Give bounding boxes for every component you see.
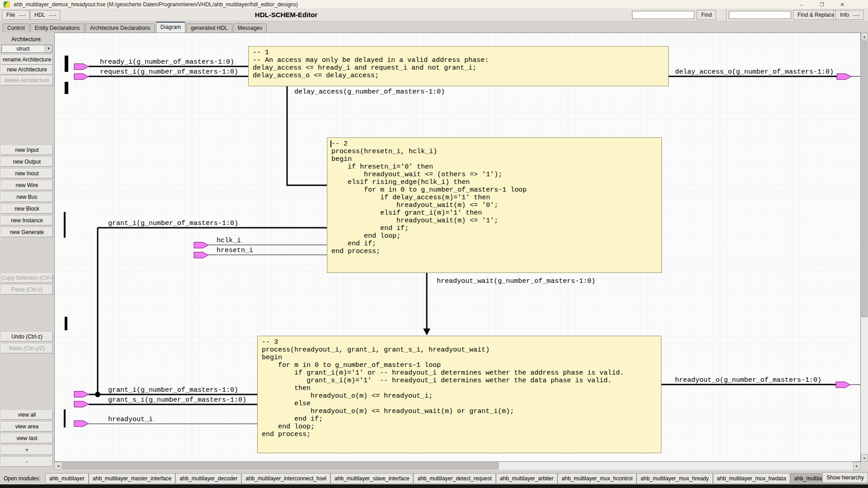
chevron-down-icon[interactable]: ▼ — [45, 45, 52, 52]
signal-label-hresetn_i[interactable]: hresetn_i — [217, 247, 253, 254]
title-bar: ahb_multilayer_demux_hreadyout.hse (M:/g… — [0, 0, 868, 9]
signal-label-delay_access[interactable]: delay_access(g_number_of_masters-1:0) — [294, 88, 445, 96]
open-modules-bar: Open modules: ahb_multilayer ahb_multila… — [0, 472, 868, 484]
scrollbar-corner — [861, 462, 868, 470]
info-menu[interactable]: Info — [835, 10, 864, 20]
tab-control[interactable]: Control — [3, 23, 29, 33]
signal-label-hreadyout_i[interactable]: hreadyout_i — [108, 416, 153, 423]
redo-button: Redo (Ctrl-y/Z) — [1, 344, 53, 353]
sidebar: Architecture: struct ▼ rename Architectu… — [0, 33, 54, 472]
code-block-2[interactable]: -- 2 process(hresetn_i, hclk_i) begin if… — [327, 137, 662, 273]
module-button-interconnect-hsel[interactable]: ahb_multilayer_interconnect_hsel — [241, 473, 330, 484]
file-menu[interactable]: File — [2, 10, 30, 20]
signal-label-delay_access_o[interactable]: delay_access_o(g_number_of_masters-1:0) — [675, 68, 834, 76]
new-output-button[interactable]: new Output — [1, 157, 53, 167]
text-cursor — [330, 141, 331, 147]
horizontal-scrollbar[interactable]: ◄ ► — [54, 462, 861, 470]
minimize-button[interactable]: – — [792, 0, 811, 9]
undo-button[interactable]: Undo (Ctrl-z) — [1, 332, 53, 342]
find-replace-input[interactable] — [729, 11, 791, 19]
maximize-button[interactable]: ❐ — [812, 0, 832, 9]
new-generate-button[interactable]: new Generate — [1, 228, 53, 237]
menu-indicator-icon — [18, 14, 25, 16]
code-block-1[interactable]: -- 1 -- An access may only be delayed in… — [248, 46, 669, 86]
new-input-button[interactable]: new Input — [1, 145, 53, 155]
signal-label-request_i[interactable]: request_i(g_number_of_masters-1:0) — [100, 68, 238, 76]
tab-entity-declarations[interactable]: Entity Declarations — [30, 23, 85, 33]
scroll-right-icon[interactable]: ► — [853, 462, 861, 470]
zoom-out-button[interactable]: - — [1, 457, 53, 467]
signal-label-grant_i-top[interactable]: grant_i(g_number_of_masters-1:0) — [108, 220, 238, 227]
page-title: HDL-SCHEM-Editor — [250, 11, 322, 19]
signal-label-grant_i[interactable]: grant_i(g_number_of_masters-1:0) — [108, 386, 238, 394]
module-button-decoder[interactable]: ahb_multilayer_decoder — [175, 473, 241, 484]
view-area-button[interactable]: view area — [1, 422, 53, 432]
new-instance-button[interactable]: new Instance — [1, 216, 53, 225]
divider — [726, 9, 726, 21]
tab-generated-hdl[interactable]: generated HDL — [186, 23, 232, 33]
view-all-button[interactable]: view all — [1, 410, 53, 420]
copy-selection-button: Copy Selection (Ctrl-c) — [1, 273, 53, 283]
divider — [833, 9, 834, 21]
scroll-left-icon[interactable]: ◄ — [54, 462, 62, 470]
open-modules-label: Open modules: — [4, 475, 40, 482]
module-button-slave-interface[interactable]: ahb_multilayer_slave_interface — [330, 473, 413, 484]
code-block-3[interactable]: -- 3 process(hreadyout_i, grant_i, grant… — [257, 336, 661, 453]
architecture-label: Architecture: — [0, 36, 53, 42]
find-input[interactable] — [632, 11, 694, 19]
open-modules-row: ahb_multilayer ahb_multilayer_master_int… — [45, 473, 868, 484]
signal-label-hreadyout_o[interactable]: hreadyout_o(g_number_of_masters-1:0) — [675, 376, 821, 384]
new-bus-button[interactable]: new Bus — [1, 192, 53, 202]
paste-button: Paste (Ctrl-v) — [1, 285, 53, 295]
module-button-mux-hready[interactable]: ahb_multilayer_mux_hready — [637, 473, 713, 484]
find-replace-button[interactable]: Find & Replace — [793, 10, 839, 20]
bottom-strip — [0, 484, 868, 488]
module-button-arbiter[interactable]: ahb_multilayer_arbiter — [496, 473, 558, 484]
tab-architecture-declarations[interactable]: Architecture Declarations — [85, 23, 155, 33]
new-block-button[interactable]: new Block — [1, 204, 53, 214]
vertical-scroll-thumb[interactable] — [861, 41, 868, 317]
show-hierarchy-button[interactable]: Show hierarchy — [822, 472, 868, 483]
signal-label-grant_s_i[interactable]: grant_s_i(g_number_of_masters-1:0) — [108, 396, 246, 404]
rename-architecture-button[interactable]: rename Architecture — [1, 55, 53, 65]
module-button-ahb_multilayer[interactable]: ahb_multilayer — [45, 473, 89, 484]
close-button[interactable]: ✕ — [832, 0, 852, 9]
horizontal-scroll-thumb[interactable] — [62, 462, 499, 469]
window-title: ahb_multilayer_demux_hreadyout.hse (M:/g… — [14, 1, 298, 8]
module-button-mux-hwdata[interactable]: ahb_multilayer_mux_hwdata — [713, 473, 790, 484]
scroll-down-icon[interactable]: ▼ — [861, 454, 868, 462]
hdl-menu[interactable]: HDL — [30, 10, 60, 20]
signal-label-hreadyout_wait[interactable]: hreadyout_wait(g_number_of_masters-1:0) — [437, 277, 595, 285]
wire-junction-dot — [95, 392, 100, 397]
block-code[interactable]: -- 3 process(hreadyout_i, grant_i, grant… — [258, 336, 661, 438]
new-wire-button[interactable]: new Wire — [1, 181, 53, 190]
menu-indicator-icon — [48, 14, 56, 16]
notebook-tab-bar: Control Entity Declarations Architecture… — [0, 21, 868, 33]
block-code[interactable]: -- 2 process(hresetn_i, hclk_i) begin if… — [327, 138, 661, 255]
zoom-in-button[interactable]: + — [1, 446, 53, 455]
module-button-master-interface[interactable]: ahb_multilayer_master_interface — [89, 473, 175, 484]
menu-bar: File HDL HDL-SCHEM-Editor Find Find & Re… — [0, 9, 868, 21]
signal-label-hclk_i[interactable]: hclk_i — [217, 237, 241, 244]
diagram-canvas[interactable]: -- 1 -- An access may only be delayed in… — [54, 33, 861, 462]
tab-diagram[interactable]: Diagram — [156, 22, 185, 33]
architecture-value: struct — [2, 46, 44, 52]
tab-messages[interactable]: Messages — [233, 23, 267, 33]
menu-indicator-icon — [852, 14, 859, 16]
module-button-mux-hcontrol[interactable]: ahb_multilayer_mux_hcontrol — [557, 473, 637, 484]
main-area: Architecture: struct ▼ rename Architectu… — [0, 33, 868, 472]
signal-label-hready_i[interactable]: hready_i(g_number_of_masters-1:0) — [100, 58, 234, 66]
delete-architecture-button: delete Architecture — [1, 76, 53, 85]
application-window: ahb_multilayer_demux_hreadyout.hse (M:/g… — [0, 0, 868, 488]
new-inout-button[interactable]: new Inout — [1, 169, 53, 178]
architecture-select[interactable]: struct ▼ — [1, 45, 52, 53]
scroll-up-icon[interactable]: ▲ — [861, 33, 868, 40]
module-button-detect-request[interactable]: ahb_multilayer_detect_request — [413, 473, 495, 484]
app-icon — [4, 1, 10, 8]
vertical-scrollbar[interactable]: ▲ ▼ — [861, 33, 868, 462]
find-button[interactable]: Find — [697, 10, 716, 20]
block-code[interactable]: -- 1 -- An access may only be delayed in… — [249, 47, 668, 80]
new-architecture-button[interactable]: new Architecture — [1, 65, 53, 75]
view-last-button[interactable]: view last — [1, 434, 53, 443]
